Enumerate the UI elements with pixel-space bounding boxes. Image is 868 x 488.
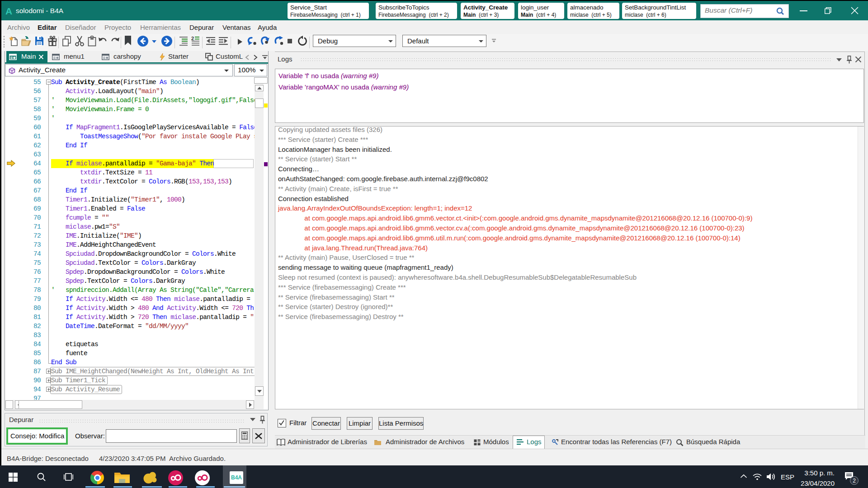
svg-text:2: 2 [191,36,194,41]
